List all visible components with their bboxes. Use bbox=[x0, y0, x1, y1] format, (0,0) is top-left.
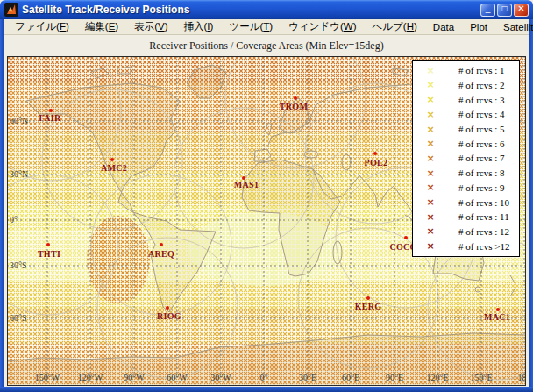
legend-row: ×# of rcvs : 6 bbox=[413, 137, 519, 150]
map-axes: 150°W120°W90°W60°W30°W0°30°E60°E90°E120°… bbox=[7, 56, 526, 386]
menu-item-edit[interactable]: 編集(E) bbox=[77, 19, 126, 34]
legend-row: ×# of rcvs : 9 bbox=[413, 181, 519, 194]
legend-row: ×# of rcvs >12 bbox=[413, 239, 519, 253]
menu-bar: ファイル(F)編集(E)表示(V)挿入(I)ツール(T)ウィンドウ(W)ヘルプ(… bbox=[4, 19, 529, 35]
menu-item-view[interactable]: 表示(V) bbox=[126, 19, 175, 34]
legend-x-marker: × bbox=[419, 80, 442, 89]
y-tick-label: 0° bbox=[10, 215, 18, 225]
legend-x-marker: × bbox=[419, 139, 442, 148]
legend-label: # of rcvs : 10 bbox=[458, 197, 509, 208]
x-tick-label: 30°W bbox=[210, 373, 231, 382]
station-marker-COCO bbox=[404, 236, 408, 239]
titlebar-buttons: _□✕ bbox=[480, 4, 529, 17]
station-marker-KERG bbox=[366, 296, 370, 300]
app-window: Satellite Track/Receiver Positions _□✕ フ… bbox=[0, 0, 533, 392]
legend-label: # of rcvs : 6 bbox=[458, 139, 505, 149]
station-marker-POL2 bbox=[373, 152, 377, 155]
station-marker-FAIR bbox=[49, 109, 53, 112]
y-tick-label: 30°N bbox=[10, 169, 28, 179]
menu-item-help[interactable]: ヘルプ(H) bbox=[365, 19, 425, 34]
legend-row: ×# of rcvs : 1 bbox=[413, 64, 519, 77]
x-tick-label: 180 bbox=[518, 373, 527, 382]
legend-x-marker: × bbox=[419, 197, 442, 207]
legend-x-marker: × bbox=[419, 153, 442, 163]
legend-label: # of rcvs : 3 bbox=[458, 95, 505, 105]
close-button[interactable]: ✕ bbox=[514, 4, 529, 17]
menu-item-file[interactable]: ファイル(F) bbox=[7, 19, 77, 34]
x-tick-label: 90°W bbox=[124, 373, 144, 382]
legend-x-marker: × bbox=[419, 241, 442, 251]
station-marker-AMC2 bbox=[110, 158, 114, 161]
legend-x-marker: × bbox=[419, 125, 442, 134]
station-label-MAS1: MAS1 bbox=[234, 180, 259, 189]
legend-label: # of rcvs : 4 bbox=[458, 109, 505, 119]
legend-x-marker: × bbox=[419, 95, 442, 104]
station-marker-TROM bbox=[294, 96, 297, 100]
legend-row: ×# of rcvs : 10 bbox=[413, 196, 519, 209]
legend-row: ×# of rcvs : 5 bbox=[413, 123, 519, 136]
legend-x-marker: × bbox=[419, 66, 442, 75]
station-label-TROM: TROM bbox=[280, 102, 308, 111]
legend-label: # of rcvs >12 bbox=[458, 241, 509, 252]
maximize-button[interactable]: □ bbox=[497, 4, 512, 17]
legend-row: ×# of rcvs : 7 bbox=[413, 152, 519, 165]
legend-row: ×# of rcvs : 2 bbox=[413, 78, 519, 91]
x-tick-label: 60°W bbox=[167, 373, 187, 382]
coverage-legend: ×# of rcvs : 1×# of rcvs : 2×# of rcvs :… bbox=[412, 60, 520, 257]
legend-x-marker: × bbox=[419, 226, 442, 236]
legend-row: ×# of rcvs : 3 bbox=[413, 93, 519, 106]
menu-item-data[interactable]: Data bbox=[425, 21, 462, 33]
station-label-MAC1: MAC1 bbox=[484, 312, 510, 322]
x-tick-label: 150°W bbox=[35, 373, 60, 382]
legend-x-marker: × bbox=[419, 182, 442, 192]
station-label-POL2: POL2 bbox=[365, 158, 388, 167]
legend-label: # of rcvs : 2 bbox=[458, 80, 505, 90]
station-label-FAIR: FAIR bbox=[39, 113, 61, 123]
station-label-AREQ: AREQ bbox=[148, 249, 174, 259]
menu-item-insert[interactable]: 挿入(I) bbox=[176, 19, 222, 34]
x-tick-label: 120°W bbox=[78, 373, 103, 382]
plot-title: Receiver Positions / Coverage Areas (Min… bbox=[4, 39, 529, 53]
legend-label: # of rcvs : 5 bbox=[458, 124, 505, 134]
legend-label: # of rcvs : 8 bbox=[458, 167, 505, 178]
menu-item-plot[interactable]: Plot bbox=[462, 21, 495, 33]
x-tick-label: 120°E bbox=[426, 373, 448, 382]
station-label-THTI: THTI bbox=[38, 249, 60, 259]
station-label-KERG: KERG bbox=[355, 302, 382, 311]
x-tick-label: 60°E bbox=[342, 373, 359, 382]
y-tick-label: 60°N bbox=[10, 116, 28, 125]
matlab-logo-icon bbox=[4, 3, 18, 17]
y-tick-label: 30°S bbox=[10, 260, 27, 270]
minimize-button[interactable]: _ bbox=[480, 4, 495, 17]
legend-label: # of rcvs : 7 bbox=[458, 153, 505, 163]
legend-row: ×# of rcvs : 4 bbox=[413, 108, 519, 121]
legend-label: # of rcvs : 11 bbox=[458, 211, 509, 222]
station-label-RIOG: RIOG bbox=[157, 311, 181, 321]
window-border-right bbox=[529, 19, 533, 392]
legend-x-marker: × bbox=[419, 168, 442, 178]
legend-row: ×# of rcvs : 12 bbox=[413, 225, 519, 238]
x-tick-label: 90°E bbox=[386, 373, 403, 382]
window-title: Satellite Track/Receiver Positions bbox=[22, 4, 189, 16]
y-tick-label: 60°S bbox=[10, 313, 27, 323]
menu-item-window[interactable]: ウィンドウ(W) bbox=[281, 19, 364, 34]
menu-item-tools[interactable]: ツール(T) bbox=[221, 19, 281, 34]
station-label-AMC2: AMC2 bbox=[101, 163, 127, 173]
legend-label: # of rcvs : 12 bbox=[458, 226, 509, 237]
legend-row: ×# of rcvs : 8 bbox=[413, 167, 519, 180]
window-border-bottom bbox=[0, 387, 533, 392]
station-marker-THTI bbox=[46, 243, 50, 246]
title-bar[interactable]: Satellite Track/Receiver Positions _□✕ bbox=[0, 0, 533, 19]
station-marker-RIOG bbox=[166, 306, 169, 310]
legend-label: # of rcvs : 1 bbox=[458, 65, 505, 75]
figure-canvas: Receiver Positions / Coverage Areas (Min… bbox=[4, 35, 529, 387]
legend-row: ×# of rcvs : 11 bbox=[413, 210, 519, 224]
station-marker-AREQ bbox=[160, 243, 163, 246]
station-marker-MAC1 bbox=[496, 308, 500, 311]
x-tick-label: 0° bbox=[260, 373, 268, 382]
legend-label: # of rcvs : 9 bbox=[458, 182, 505, 193]
x-tick-label: 150°E bbox=[470, 373, 492, 382]
legend-x-marker: × bbox=[419, 110, 442, 119]
x-tick-label: 30°E bbox=[299, 373, 316, 382]
menu-item-satellite[interactable]: Satellite bbox=[495, 21, 533, 33]
